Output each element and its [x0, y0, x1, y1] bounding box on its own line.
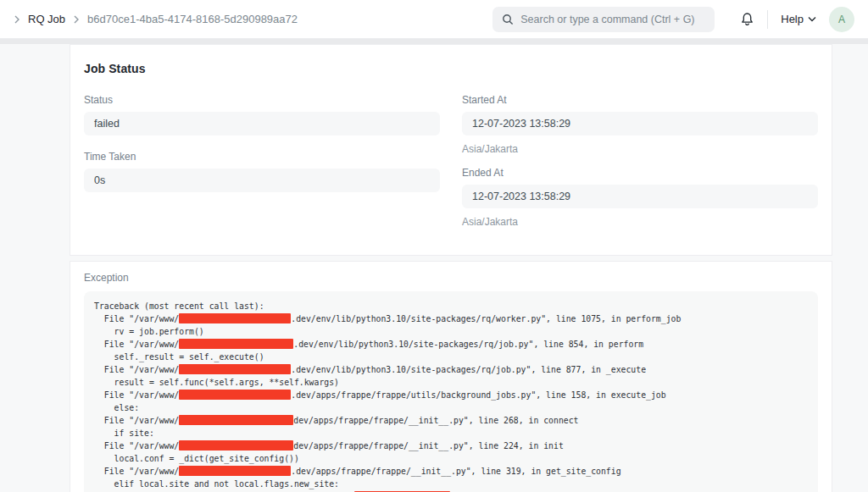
redacted-site-name	[179, 313, 291, 323]
breadcrumb-rq-job-link[interactable]: RQ Job	[28, 13, 65, 25]
navbar: RQ Job b6d70ce1-4ba5-4174-8168-5d290989a…	[0, 0, 868, 39]
job-status-section: Job Status Status failed Time Taken 0s S…	[70, 44, 832, 256]
traceback-line: if site:	[94, 427, 808, 439]
page-content: Job Status Status failed Time Taken 0s S…	[70, 44, 832, 492]
ended-at-timezone: Asia/Jakarta	[462, 216, 818, 228]
started-at-field-group: Started At 12-07-2023 13:58:29 Asia/Jaka…	[462, 94, 818, 155]
ended-at-label: Ended At	[462, 167, 818, 179]
time-taken-field[interactable]: 0s	[84, 169, 440, 192]
help-label: Help	[781, 13, 804, 25]
redacted-site-name	[179, 440, 293, 451]
traceback-line: else:	[94, 401, 808, 414]
job-status-heading: Job Status	[84, 62, 818, 75]
traceback-line: elif local.site and not local.flags.new_…	[94, 478, 808, 490]
chevron-right-icon	[14, 15, 20, 24]
form-column-right: Started At 12-07-2023 13:58:29 Asia/Jaka…	[462, 94, 818, 240]
job-status-form: Status failed Time Taken 0s Started At 1…	[84, 94, 818, 240]
avatar[interactable]: A	[829, 7, 854, 32]
breadcrumb: RQ Job b6d70ce1-4ba5-4174-8168-5d290989a…	[14, 13, 298, 25]
traceback: Traceback (most recent call last): File …	[94, 300, 808, 492]
traceback-line: File "/var/www/dev/apps/frappe/frappe/__…	[94, 414, 808, 427]
status-field-group: Status failed	[84, 94, 440, 135]
breadcrumb-record-id: b6d70ce1-4ba5-4174-8168-5d290989aa72	[87, 13, 298, 25]
exception-code-block: Traceback (most recent call last): File …	[84, 291, 818, 492]
ended-at-field[interactable]: 12-07-2023 13:58:29	[462, 185, 818, 208]
form-column-left: Status failed Time Taken 0s	[84, 94, 440, 240]
redacted-site-name	[179, 415, 293, 425]
traceback-line: File "/var/www/.dev/env/lib/python3.10/s…	[94, 312, 808, 325]
traceback-line: result = self.func(*self.args, **self.kw…	[94, 376, 808, 389]
exception-section: Exception Traceback (most recent call la…	[70, 261, 832, 492]
chevron-right-icon	[73, 15, 80, 24]
redacted-site-name	[179, 339, 293, 349]
navbar-divider	[767, 10, 768, 29]
search-input[interactable]: Search or type a command (Ctrl + G)	[492, 7, 715, 32]
traceback-line: Traceback (most recent call last):	[94, 300, 808, 312]
ended-at-field-group: Ended At 12-07-2023 13:58:29 Asia/Jakart…	[462, 167, 818, 228]
time-taken-label: Time Taken	[84, 151, 440, 163]
traceback-line: local.conf = _dict(get_site_config())	[94, 452, 808, 465]
search-placeholder: Search or type a command (Ctrl + G)	[520, 14, 694, 25]
traceback-line: File "/var/www/.dev/apps/frappe/frappe/u…	[94, 389, 808, 401]
started-at-field[interactable]: 12-07-2023 13:58:29	[462, 112, 818, 135]
traceback-line: self._result = self._execute()	[94, 351, 808, 363]
chevron-down-icon	[808, 16, 816, 22]
started-at-label: Started At	[462, 94, 818, 106]
help-menu-button[interactable]: Help	[781, 13, 816, 25]
bell-icon	[740, 12, 754, 27]
traceback-line: File "/var/www/.dev/env/lib/python3.10/s…	[94, 363, 808, 376]
time-taken-field-group: Time Taken 0s	[84, 151, 440, 192]
started-at-timezone: Asia/Jakarta	[462, 143, 818, 155]
redacted-site-name	[179, 466, 291, 476]
exception-label: Exception	[84, 272, 818, 284]
status-label: Status	[84, 94, 440, 106]
traceback-line: rv = job.perform()	[94, 325, 808, 338]
redacted-site-name	[179, 390, 291, 400]
redacted-site-name	[179, 364, 291, 374]
traceback-line: File "/var/www/.dev/apps/frappe/frappe/_…	[94, 465, 808, 478]
search-icon	[502, 14, 514, 25]
traceback-line: File "/var/www/dev/apps/frappe/frappe/__…	[94, 439, 808, 452]
traceback-line: File "/var/www/.dev/env/lib/python3.10/s…	[94, 338, 808, 351]
notifications-bell-button[interactable]	[740, 12, 754, 27]
status-field[interactable]: failed	[84, 112, 440, 135]
navbar-right: Search or type a command (Ctrl + G) Help…	[492, 7, 854, 32]
